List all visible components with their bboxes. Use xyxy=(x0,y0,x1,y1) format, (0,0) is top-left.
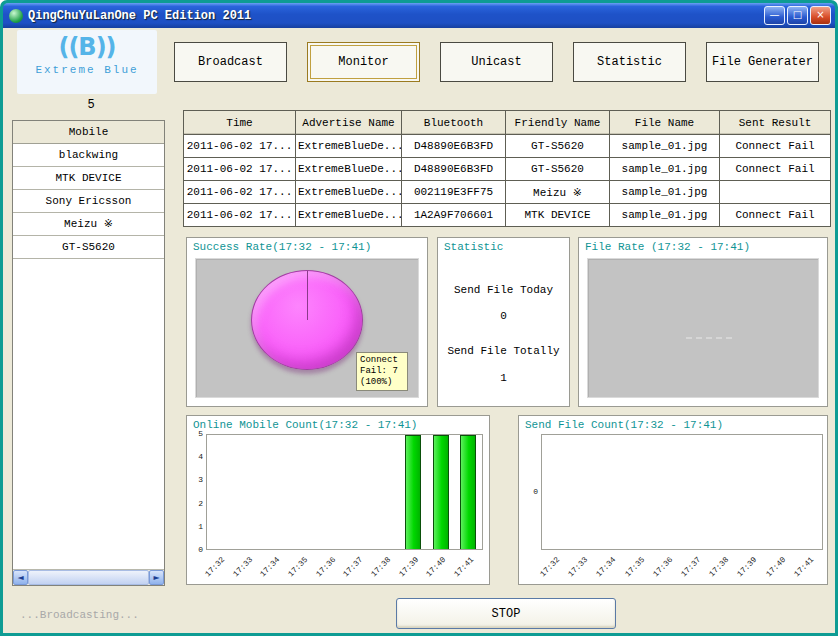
toolbar-button-statistic[interactable]: Statistic xyxy=(573,42,686,82)
table-cell xyxy=(720,181,831,204)
online-mobile-count-panel: Online Mobile Count(17:32 - 17:41) 54321… xyxy=(186,415,490,585)
x-axis-label: 17:35 xyxy=(286,555,309,578)
table-cell: 2011-06-02 17... xyxy=(184,181,296,204)
close-icon[interactable]: × xyxy=(810,6,831,25)
mobile-list-item[interactable]: Meizu ※ xyxy=(13,213,164,236)
toolbar-button-monitor[interactable]: Monitor xyxy=(307,42,420,82)
mobile-list-items: blackwingMTK DEVICESony EricssonMeizu ※G… xyxy=(13,144,164,259)
table-cell: ExtremeBlueDe... xyxy=(296,158,402,181)
stat-label-send-file-today: Send File Today xyxy=(438,284,569,296)
stat-value-send-file-totally: 1 xyxy=(438,372,569,384)
success-rate-plot: Connect Fail: 7 (100%) xyxy=(195,258,419,398)
mobile-list-header[interactable]: Mobile xyxy=(13,121,164,144)
send-file-count-title: Send File Count(17:32 - 17:41) xyxy=(525,419,723,431)
x-axis-label: 17:34 xyxy=(258,555,281,578)
table-row[interactable]: 2011-06-02 17...ExtremeBlueDe...D48890E6… xyxy=(184,135,831,158)
content-area: ((B)) Extreme Blue BroadcastMonitorUnica… xyxy=(3,28,835,633)
x-axis-label: 17:37 xyxy=(679,555,702,578)
x-axis-label: 17:38 xyxy=(369,555,392,578)
app-icon xyxy=(9,9,23,23)
success-rate-title: Success Rate(17:32 - 17:41) xyxy=(193,241,371,253)
x-axis-label: 17:40 xyxy=(764,555,787,578)
x-axis-label: 17:34 xyxy=(595,555,618,578)
y-axis-label: 0 xyxy=(188,546,203,554)
table-cell: sample_01.jpg xyxy=(610,204,720,227)
column-header[interactable]: File Name xyxy=(610,111,720,135)
results-table: TimeAdvertise NameBluetoothFriendly Name… xyxy=(183,110,831,227)
column-header[interactable]: Bluetooth xyxy=(402,111,506,135)
x-axis-label: 17:33 xyxy=(566,555,589,578)
column-header[interactable]: Time xyxy=(184,111,296,135)
pie-slice-line xyxy=(307,271,308,320)
x-axis-label: 17:41 xyxy=(792,555,815,578)
stat-label-send-file-totally: Send File Totally xyxy=(438,345,569,357)
minimize-icon[interactable]: — xyxy=(764,6,785,25)
scroll-right-icon[interactable]: ► xyxy=(149,570,164,585)
empty-series-dash xyxy=(686,337,732,339)
column-header[interactable]: Friendly Name xyxy=(506,111,610,135)
mobile-list-item[interactable]: blackwing xyxy=(13,144,164,167)
file-rate-panel: File Rate (17:32 - 17:41) xyxy=(578,237,828,407)
results-table-body: 2011-06-02 17...ExtremeBlueDe...D48890E6… xyxy=(184,135,831,227)
toolbar-button-broadcast[interactable]: Broadcast xyxy=(174,42,287,82)
logo-text: Extreme Blue xyxy=(17,64,157,76)
mobile-list-item[interactable]: GT-S5620 xyxy=(13,236,164,259)
status-text: ...Broadcasting... xyxy=(20,609,139,621)
scrollbar-track[interactable] xyxy=(28,570,149,585)
statistic-panel: Statistic Send File Today 0 Send File To… xyxy=(437,237,570,407)
y-axis-label: 1 xyxy=(188,523,203,531)
stop-button[interactable]: STOP xyxy=(396,598,616,629)
x-axis-label: 17:39 xyxy=(736,555,759,578)
x-axis-label: 17:32 xyxy=(203,555,226,578)
y-axis-label: 2 xyxy=(188,500,203,508)
table-cell: Connect Fail xyxy=(720,158,831,181)
send-file-count-xaxis: 17:3217:3317:3417:3517:3617:3717:3817:39… xyxy=(541,552,823,584)
success-rate-panel: Success Rate(17:32 - 17:41) Connect Fail… xyxy=(186,237,428,407)
table-row[interactable]: 2011-06-02 17...ExtremeBlueDe...1A2A9F70… xyxy=(184,204,831,227)
send-file-count-yaxis: 0 xyxy=(524,434,539,550)
toolbar-button-unicast[interactable]: Unicast xyxy=(440,42,553,82)
mobile-list-empty-area xyxy=(13,259,164,569)
statistic-title: Statistic xyxy=(444,241,503,253)
app-window: QingChuYuLanOne PC Edition 2011 — □ × ((… xyxy=(0,0,838,636)
x-axis-label: 17:38 xyxy=(707,555,730,578)
x-axis-label: 17:39 xyxy=(397,555,420,578)
table-row[interactable]: 2011-06-02 17...ExtremeBlueDe...002119E3… xyxy=(184,181,831,204)
logo-symbol: ((B)) xyxy=(17,30,157,64)
maximize-icon[interactable]: □ xyxy=(787,6,808,25)
table-cell: Meizu ※ xyxy=(506,181,610,204)
bar xyxy=(433,435,449,549)
x-axis-label: 17:36 xyxy=(651,555,674,578)
column-header[interactable]: Sent Result xyxy=(720,111,831,135)
table-cell: ExtremeBlueDe... xyxy=(296,181,402,204)
x-axis-label: 17:35 xyxy=(623,555,646,578)
online-mobile-count-plot xyxy=(206,434,483,550)
send-file-count-panel: Send File Count(17:32 - 17:41) 0 17:3217… xyxy=(518,415,828,585)
table-cell: GT-S5620 xyxy=(506,135,610,158)
table-cell: 2011-06-02 17... xyxy=(184,135,296,158)
online-mobile-count-xaxis: 17:3217:3317:3417:3517:3617:3717:3817:39… xyxy=(206,552,483,584)
x-axis-label: 17:41 xyxy=(452,555,475,578)
table-row[interactable]: 2011-06-02 17...ExtremeBlueDe...D48890E6… xyxy=(184,158,831,181)
app-logo: ((B)) Extreme Blue xyxy=(17,30,157,94)
table-cell: 2011-06-02 17... xyxy=(184,158,296,181)
table-cell: D48890E6B3FD xyxy=(402,158,506,181)
pie-chart xyxy=(251,270,363,370)
scroll-left-icon[interactable]: ◄ xyxy=(13,570,28,585)
window-controls: — □ × xyxy=(764,6,831,25)
send-file-count-plot xyxy=(541,434,823,550)
table-cell: Connect Fail xyxy=(720,204,831,227)
table-cell: sample_01.jpg xyxy=(610,181,720,204)
mobile-list-item[interactable]: MTK DEVICE xyxy=(13,167,164,190)
device-count: 5 xyxy=(17,98,165,112)
bar xyxy=(405,435,421,549)
horizontal-scrollbar[interactable]: ◄ ► xyxy=(13,569,164,585)
file-rate-plot xyxy=(587,258,819,398)
toolbar: BroadcastMonitorUnicastStatisticFile Gen… xyxy=(174,42,819,82)
x-axis-label: 17:36 xyxy=(314,555,337,578)
column-header[interactable]: Advertise Name xyxy=(296,111,402,135)
table-cell: Connect Fail xyxy=(720,135,831,158)
title-bar[interactable]: QingChuYuLanOne PC Edition 2011 — □ × xyxy=(3,3,835,28)
mobile-list-item[interactable]: Sony Ericsson xyxy=(13,190,164,213)
toolbar-button-file-generater[interactable]: File Generater xyxy=(706,42,819,82)
